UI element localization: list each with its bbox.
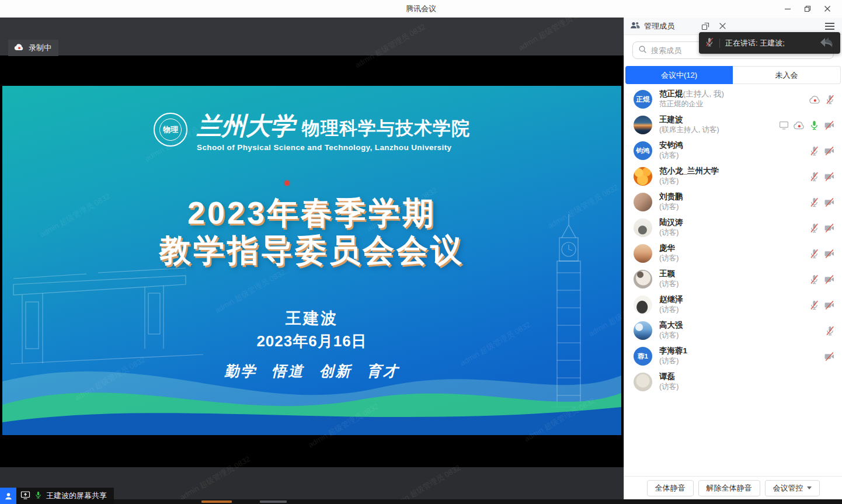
window-controls xyxy=(778,0,837,18)
member-subtitle: (访客) xyxy=(659,305,778,315)
avatar xyxy=(634,270,652,289)
screen-share-icon[interactable] xyxy=(779,121,789,130)
member-list-shortcut-icon[interactable] xyxy=(0,488,16,504)
avatar: 正焜 xyxy=(634,90,652,109)
avatar xyxy=(634,296,652,314)
member-subtitle: (访客) xyxy=(659,151,778,161)
mute-all-button[interactable]: 全体静音 xyxy=(647,480,694,496)
camera-muted-icon[interactable] xyxy=(824,352,835,362)
member-subtitle: 范正焜的企业 xyxy=(659,99,778,109)
member-row[interactable]: 高大强 (访客) xyxy=(624,318,842,343)
camera-muted-icon[interactable] xyxy=(824,197,835,207)
camera-muted-icon[interactable] xyxy=(824,172,835,182)
wave-decoration xyxy=(2,336,621,435)
camera-muted-icon[interactable] xyxy=(824,274,835,284)
member-name: 范小龙_兰州大学 xyxy=(659,166,719,175)
mic-on-icon[interactable] xyxy=(809,120,819,130)
member-subtitle: (访客) xyxy=(659,382,778,392)
mic-muted-icon[interactable] xyxy=(809,249,819,259)
member-name: 安钧鸿 xyxy=(659,141,683,150)
university-seal: 物理 xyxy=(154,113,187,147)
member-name: 谭磊 xyxy=(659,372,675,381)
mic-muted-icon[interactable] xyxy=(825,326,835,336)
panel-title: 管理成员 xyxy=(644,21,674,32)
member-subtitle: (访客) xyxy=(659,176,778,186)
panel-footer: 全体静音 解除全体静音 会议管控 xyxy=(624,476,842,499)
mic-muted-icon[interactable] xyxy=(825,95,835,105)
member-row[interactable]: 谭磊 (访客) xyxy=(624,369,842,395)
member-role-suffix: (主持人, 我) xyxy=(683,89,725,98)
taskbar-app-indicator xyxy=(260,500,287,503)
restore-button[interactable] xyxy=(798,0,817,18)
avatar xyxy=(634,321,652,340)
avatar xyxy=(634,244,652,263)
cloud-record-icon[interactable] xyxy=(794,121,805,130)
cloud-recording-icon xyxy=(14,43,24,53)
stage-toolbar xyxy=(0,18,624,55)
search-icon xyxy=(638,45,647,56)
slide-header: 物理 兰州大学 物理科学与技术学院 School of Physical Sci… xyxy=(2,113,621,152)
member-subtitle: (访客) xyxy=(659,228,778,238)
screen-share-icon xyxy=(20,491,30,502)
member-row[interactable]: 蓉1 李海蓉1 (访客) xyxy=(624,343,842,369)
member-name: 王建波 xyxy=(659,115,683,124)
member-status-icons xyxy=(809,292,835,318)
member-row[interactable]: 王颖 (访客) xyxy=(624,266,842,292)
member-management-panel: 管理成员 xyxy=(624,18,842,499)
avatar xyxy=(634,373,652,391)
camera-muted-icon[interactable] xyxy=(824,249,835,259)
member-row[interactable]: 范小龙_兰州大学 (访客) xyxy=(624,164,842,189)
popout-panel-icon[interactable] xyxy=(699,20,712,33)
member-subtitle: (访客) xyxy=(659,202,778,212)
camera-muted-icon[interactable] xyxy=(824,223,835,233)
avatar xyxy=(634,167,652,186)
member-row[interactable]: 陆汉涛 (访客) xyxy=(624,215,842,241)
camera-muted-icon[interactable] xyxy=(824,146,835,156)
active-speaker-text: 正在讲话: 王建波; xyxy=(725,38,812,48)
mic-muted-icon[interactable] xyxy=(809,274,819,284)
meeting-controls-button[interactable]: 会议管控 xyxy=(765,480,820,496)
member-status-icons xyxy=(779,112,835,138)
member-name: 陆汉涛 xyxy=(659,218,683,227)
member-row[interactable]: 王建波 (联席主持人, 访客) xyxy=(624,112,842,138)
close-window-button[interactable] xyxy=(817,0,837,18)
mic-muted-icon[interactable] xyxy=(809,172,819,182)
member-subtitle: (访客) xyxy=(659,356,778,366)
avatar: 蓉1 xyxy=(634,347,652,366)
member-tabs: 会议中(12) 未入会 xyxy=(625,66,841,84)
meeting-controls-label: 会议管控 xyxy=(773,483,803,493)
mic-muted-icon[interactable] xyxy=(809,146,819,156)
member-row[interactable]: 正焜 范正焜(主持人, 我) 范正焜的企业 xyxy=(624,86,842,112)
window-titlebar: 腾讯会议 xyxy=(0,0,842,18)
mic-muted-icon[interactable] xyxy=(809,300,819,310)
camera-muted-icon[interactable] xyxy=(824,300,835,310)
close-panel-icon[interactable] xyxy=(716,20,729,33)
member-subtitle: (访客) xyxy=(659,331,778,340)
camera-muted-icon[interactable] xyxy=(824,120,835,130)
avatar xyxy=(634,218,652,237)
member-status-icons xyxy=(809,266,835,292)
toast-arrows-icon xyxy=(817,35,837,51)
minimize-button[interactable] xyxy=(778,0,798,18)
mic-muted-icon xyxy=(705,37,714,49)
member-row[interactable]: 钧鸿 安钧鸿 (访客) xyxy=(624,138,842,164)
os-taskbar-strip xyxy=(0,499,842,504)
app-window: 腾讯会议 录制中 xyxy=(0,0,842,504)
slide-title-line1: 2023年春季学期 xyxy=(2,194,621,231)
presentation-slide: 物理 兰州大学 物理科学与技术学院 School of Physical Sci… xyxy=(2,86,621,435)
hamburger-menu-icon[interactable] xyxy=(823,20,836,33)
university-name: 兰州大学 xyxy=(197,113,295,140)
member-row[interactable]: 赵继泽 (访客) xyxy=(624,292,842,318)
member-row[interactable]: 刘贵鹏 (访客) xyxy=(624,189,842,215)
recording-indicator[interactable]: 录制中 xyxy=(8,40,58,56)
tab-not-joined[interactable]: 未入会 xyxy=(733,66,841,84)
tab-in-meeting[interactable]: 会议中(12) xyxy=(625,66,733,84)
member-row[interactable]: 庞华 (访客) xyxy=(624,241,842,266)
mic-muted-icon[interactable] xyxy=(809,197,819,207)
chevron-down-icon xyxy=(807,486,812,489)
avatar: 钧鸿 xyxy=(634,141,652,160)
cloud-record-icon[interactable] xyxy=(809,95,820,104)
unmute-all-button[interactable]: 解除全体静音 xyxy=(698,480,760,496)
screen-share-indicator[interactable]: 王建波的屏幕共享 xyxy=(0,488,114,504)
mic-muted-icon[interactable] xyxy=(809,223,819,233)
